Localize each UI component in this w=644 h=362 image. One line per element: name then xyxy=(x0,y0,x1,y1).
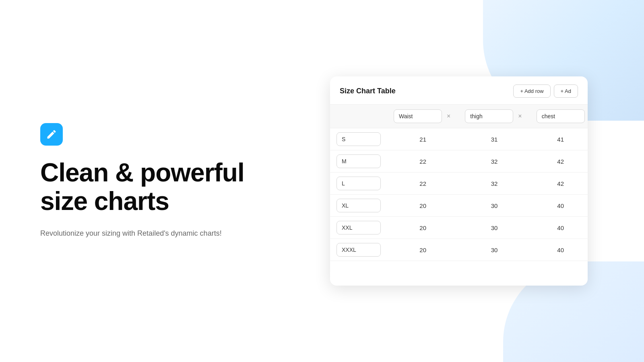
chest-cell-row-3: 40 xyxy=(530,195,588,217)
empty-row xyxy=(330,261,588,281)
chest-cell-row-5: 40 xyxy=(530,239,588,261)
chest-col-input[interactable] xyxy=(537,109,585,123)
chest-cell-row-1: 42 xyxy=(530,150,588,173)
size-input-row-2[interactable] xyxy=(336,177,381,190)
chest-cell-row-2: 42 xyxy=(530,173,588,195)
table-row: 203040 xyxy=(330,195,588,217)
add-row-button[interactable]: + Add row xyxy=(513,84,550,98)
thigh-cell-row-5: 30 xyxy=(458,239,530,261)
size-chart-panel: Size Chart Table + Add row + Ad xyxy=(330,76,588,286)
page-content: Clean & powerful size charts Revolutioni… xyxy=(0,0,644,362)
waist-cell-row-3: 20 xyxy=(387,195,458,217)
panel-header: Size Chart Table + Add row + Ad xyxy=(330,76,588,105)
waist-cell-row-0: 21 xyxy=(387,128,458,150)
table-row: 203040 xyxy=(330,239,588,261)
main-heading: Clean & powerful size charts xyxy=(40,158,290,215)
right-section: Size Chart Table + Add row + Ad xyxy=(330,76,644,286)
panel-title: Size Chart Table xyxy=(340,87,396,95)
table-body: 213141223242223242203040203040203040 xyxy=(330,128,588,281)
table-row: 223242 xyxy=(330,173,588,195)
column-header-row: × × xyxy=(330,105,588,128)
size-input-row-1[interactable] xyxy=(336,154,381,168)
waist-cell-row-4: 20 xyxy=(387,217,458,239)
waist-cell-row-1: 22 xyxy=(387,150,458,173)
size-cell xyxy=(330,217,387,239)
waist-col-remove-button[interactable]: × xyxy=(445,112,452,120)
size-input-row-0[interactable] xyxy=(336,132,381,146)
thigh-cell-row-2: 32 xyxy=(458,173,530,195)
waist-col-header: × xyxy=(387,105,458,128)
logo-icon xyxy=(40,123,63,146)
size-col-header xyxy=(330,105,387,128)
thigh-cell-row-0: 31 xyxy=(458,128,530,150)
size-input-row-5[interactable] xyxy=(336,243,381,257)
left-section: Clean & powerful size charts Revolutioni… xyxy=(0,91,330,271)
size-cell xyxy=(330,150,387,173)
add-col-button[interactable]: + Ad xyxy=(554,84,578,98)
size-cell xyxy=(330,128,387,150)
waist-col-input[interactable] xyxy=(394,109,442,123)
thigh-cell-row-4: 30 xyxy=(458,217,530,239)
chest-cell-row-4: 40 xyxy=(530,217,588,239)
chest-col-header xyxy=(530,105,588,128)
table-row: 203040 xyxy=(330,217,588,239)
size-chart-table: × × xyxy=(330,105,588,281)
waist-cell-row-5: 20 xyxy=(387,239,458,261)
size-cell xyxy=(330,195,387,217)
chest-cell-row-0: 41 xyxy=(530,128,588,150)
table-row: 213141 xyxy=(330,128,588,150)
thigh-cell-row-1: 32 xyxy=(458,150,530,173)
size-cell xyxy=(330,173,387,195)
header-buttons: + Add row + Ad xyxy=(513,84,578,98)
waist-cell-row-2: 22 xyxy=(387,173,458,195)
size-input-row-3[interactable] xyxy=(336,199,381,212)
ruler-pencil-icon xyxy=(46,129,57,140)
size-cell xyxy=(330,239,387,261)
thigh-cell-row-3: 30 xyxy=(458,195,530,217)
table-row: 223242 xyxy=(330,150,588,173)
subtext: Revolutionize your sizing with Retailed'… xyxy=(40,228,290,239)
thigh-col-input[interactable] xyxy=(465,109,513,123)
thigh-col-remove-button[interactable]: × xyxy=(516,112,523,120)
table-area: × × xyxy=(330,105,588,281)
size-input-row-4[interactable] xyxy=(336,221,381,234)
thigh-col-header: × xyxy=(458,105,530,128)
